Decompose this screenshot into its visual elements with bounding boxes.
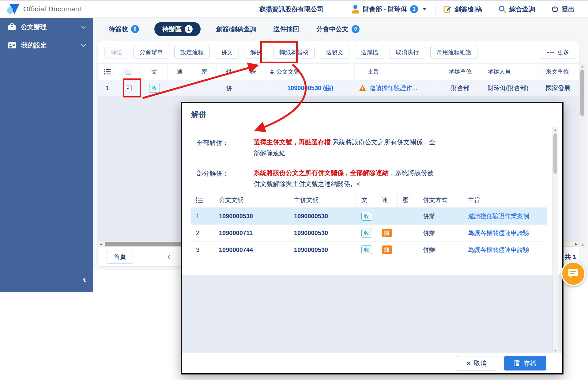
common-flow-button[interactable]: 常用流程維護 [430, 46, 477, 59]
received-badge: 收 [361, 245, 372, 254]
unmerge-row[interactable]: 3 1090000744 1090000530 收 限 併辦 為讓各機關儘速申請… [191, 241, 547, 258]
tab-pending-work[interactable]: 待辦區 1 [154, 22, 201, 36]
tab-recall[interactable]: 送件抽回 [272, 22, 301, 36]
first-page-button[interactable]: 首頁 [107, 250, 133, 264]
col-person: 承辦人員 [483, 64, 541, 80]
vertical-scroll-thumb[interactable] [580, 70, 584, 116]
row-index: 1 [191, 213, 214, 220]
col-unit: 承辦單位 [437, 64, 483, 80]
unmerge-table-header: 公文文號 主併文號 文 速 密 併文方式 主旨 [191, 192, 547, 208]
save-label: 存檔 [524, 359, 537, 368]
row-checkbox[interactable]: ✓ [126, 85, 132, 91]
sidebar-collapse-button[interactable]: ‹ [83, 273, 86, 284]
col-subject: 主旨 [355, 64, 437, 80]
col-doc-number: 公文文號 [214, 192, 289, 207]
col-subject: 主旨 [463, 192, 547, 207]
horizontal-scroll-thumb[interactable] [105, 242, 190, 246]
partial-unmerge-label: 部分解併： [197, 167, 254, 189]
col-doc-number-label: 公文文號 [276, 68, 300, 76]
merge-flag: 併 [217, 84, 241, 92]
subject-link[interactable]: 為讓各機關儘速申請驗 [468, 246, 529, 254]
select-all-checkbox[interactable] [126, 69, 131, 75]
scroll-right-icon[interactable]: ▶ [573, 241, 579, 247]
received-badge: 收 [361, 212, 372, 221]
cancel-button[interactable]: × 取消 [456, 356, 497, 370]
dialog-scroll-thumb[interactable] [553, 133, 557, 174]
cancel-approval-button[interactable]: 取消決行 [390, 46, 425, 59]
col-speed: 速 [377, 192, 398, 207]
global-search-button[interactable]: 綜合查詢 [490, 2, 543, 16]
subject-link[interactable]: 邀請擔任驗證作... [369, 84, 417, 92]
subject-link[interactable]: 邀請擔任驗證作業案例 [468, 212, 529, 220]
restricted-badge: 限 [382, 229, 392, 237]
dialog-scrollbar[interactable]: ▲ ▼ [552, 127, 558, 354]
create-draft-button[interactable]: 創簽/創稿 [435, 2, 490, 16]
tab-dispatch-docs[interactable]: 分會中公文 0 [315, 22, 361, 36]
pen-square-icon [443, 5, 451, 13]
logout-button[interactable]: 登出 [543, 2, 582, 16]
paper-sign-button[interactable]: 轉紙本簽核 [273, 46, 315, 59]
company-name: 叡揚資訊股份有限公司 [259, 5, 323, 13]
scroll-up-icon[interactable]: ▲ [580, 64, 585, 69]
send-issue-button[interactable]: 送發文 [320, 46, 349, 59]
scroll-down-icon[interactable]: ▼ [553, 348, 558, 353]
user-count-badge: 1 [410, 5, 418, 13]
set-flow-button[interactable]: 設定流程 [174, 46, 210, 59]
doc-number-cell: 1090000711 [214, 230, 289, 237]
logout-label: 登出 [562, 5, 575, 13]
tab-draft-query[interactable]: 創簽/創稿查詢 [214, 22, 258, 36]
warning-triangle-icon [359, 85, 366, 91]
power-icon [551, 6, 559, 13]
unmerge-button[interactable]: 解併 [244, 46, 268, 59]
dispatch-done-button[interactable]: 分會辦畢 [134, 46, 169, 59]
table-header: 文 速 密 併 決 公文文號 主旨 承辦單位 承辦人員 來文單位 [98, 63, 579, 80]
scroll-left-icon[interactable]: ◀ [98, 241, 104, 247]
x-icon: × [466, 360, 471, 367]
subject-link[interactable]: 為讓各機關儘速申請驗 [468, 229, 529, 237]
sort-icon [270, 69, 274, 74]
unmerge-row[interactable]: 2 1090000711 1090000530 收 限 併辦 為讓各機關儘速申請… [191, 225, 547, 241]
ellipsis-icon: ••• [547, 49, 555, 56]
send-button[interactable]: 傳送 [104, 46, 128, 59]
send-archive-button[interactable]: 送歸檔 [355, 46, 384, 59]
tab-label: 分會中公文 [316, 25, 349, 33]
tab-badge: 1 [185, 25, 193, 33]
sidebar: 公文辦理 我的設定 ‹ [0, 18, 93, 292]
create-draft-label: 創簽/創稿 [454, 5, 482, 13]
tab-label: 送件抽回 [273, 25, 299, 33]
full-unmerge-red-text: 選擇主併文號，再點選存檔 [254, 139, 331, 146]
sidebar-item-label: 公文辦理 [21, 23, 47, 31]
sidebar-item-my-settings[interactable]: 我的設定 [0, 36, 93, 55]
sidebar-item-document-management[interactable]: 公文辦理 [0, 18, 93, 36]
doc-number-cell: 1090000530 [214, 213, 289, 220]
dialog-empty-area [182, 275, 562, 354]
prev-page-icon[interactable] [168, 254, 173, 259]
chevron-down-icon [81, 24, 86, 28]
scroll-up-icon[interactable]: ▲ [553, 127, 558, 133]
tab-badge: 0 [352, 25, 360, 33]
unmerge-row[interactable]: 1 1090000530 1090000530 收 併辦 邀請擔任驗證作業案例 [191, 208, 547, 225]
col-doc-number-sort[interactable]: 公文文號 [266, 64, 355, 80]
tab-label: 待簽收 [109, 25, 128, 33]
chat-widget-button[interactable] [561, 261, 586, 286]
source-cell: 國家發展. [541, 84, 579, 92]
tab-label: 創簽/創稿查詢 [216, 25, 256, 33]
more-label: 更多 [557, 48, 569, 56]
full-unmerge-label: 全部解併： [197, 137, 254, 159]
user-menu[interactable]: 財會部 - 財玲佴 1 [343, 5, 435, 13]
main-number-cell: 1090000530 [289, 246, 356, 253]
save-button[interactable]: 存檔 [504, 356, 546, 370]
tab-pending-sign[interactable]: 待簽收 0 [107, 22, 141, 36]
scroll-down-icon[interactable]: ▼ [580, 242, 585, 248]
user-name: 財會部 - 財玲佴 [363, 5, 407, 13]
col-doc-type: 文 [356, 192, 377, 207]
merge-button[interactable]: 併文 [215, 46, 239, 59]
doc-number-link[interactable]: 1090000530 (線) [287, 84, 333, 92]
more-button[interactable]: ••• 更多 [541, 46, 575, 59]
full-unmerge-description: 全部解併： 選擇主併文號，再點選存檔 系統將該份公文之所有併文關係，全部解除連結 [197, 137, 521, 159]
main-number-cell: 1090000530 [289, 213, 356, 220]
vertical-scrollbar[interactable]: ▲ ▼ [580, 64, 585, 248]
numbered-list-icon [98, 64, 116, 80]
table-row[interactable]: 1 ✓ 收 併 1090000530 (線) 邀請擔任驗證作... 財會部 財玲… [98, 80, 579, 96]
tab-bar: 待簽收 0 待辦區 1 創簽/創稿查詢 送件抽回 分會中公文 0 [93, 18, 588, 36]
